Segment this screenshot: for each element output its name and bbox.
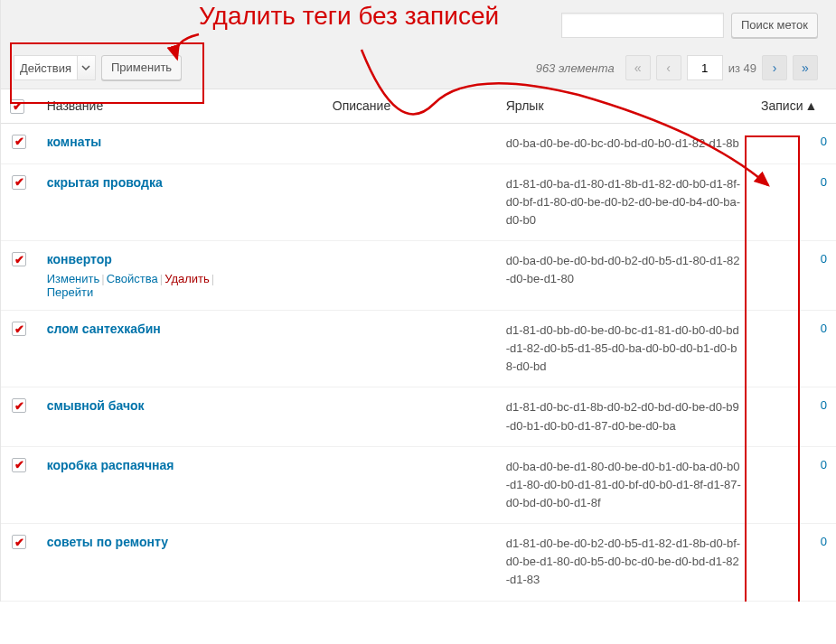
annotation-title: Удалить теги без записей [199,2,499,31]
row-slug: d1-81-d0-bc-d1-8b-d0-b2-d0-bd-d0-be-d0-b… [497,387,752,446]
row-title-link[interactable]: слом сантехкабин [47,322,161,336]
row-checkbox[interactable] [12,252,26,266]
row-checkbox[interactable] [12,135,26,149]
delete-link[interactable]: Удалить [164,272,210,285]
page-prev-button[interactable]: ‹ [656,55,681,80]
row-posts-link[interactable]: 0 [821,535,827,548]
table-row: советы по ремонтуd1-81-d0-be-d0-b2-d0-b5… [1,524,836,601]
row-title-link[interactable]: советы по ремонту [47,535,168,549]
row-checkbox[interactable] [12,175,26,190]
table-row: слом сантехкабинd1-81-d0-bb-d0-be-d0-bc-… [1,311,836,387]
tags-table: Название Описание Ярлык Записи▲ комнатыd… [1,89,836,602]
page-first-button[interactable]: « [625,55,651,80]
table-row: смывной бачокd1-81-d0-bc-d1-8b-d0-b2-d0-… [1,387,836,446]
row-slug: d0-ba-d0-be-d1-80-d0-be-d0-b1-d0-ba-d0-b… [497,446,752,523]
page-last-button[interactable]: » [793,55,818,80]
row-posts-link[interactable]: 0 [821,252,827,266]
row-checkbox[interactable] [12,398,26,413]
row-title-link[interactable]: смывной бачок [47,398,145,413]
column-slug[interactable]: Ярлык [497,89,752,124]
row-checkbox[interactable] [12,535,26,549]
search-input[interactable] [561,13,724,38]
table-row: конверторИзменить|Свойства|Удалить|Перей… [1,241,836,311]
row-posts-link[interactable]: 0 [821,322,827,335]
edit-link[interactable]: Изменить [47,272,100,285]
row-posts-link[interactable]: 0 [821,175,827,189]
table-row: комнатыd0-ba-d0-be-d0-bc-d0-bd-d0-b0-d1-… [1,123,836,163]
page-current-input[interactable] [687,55,723,80]
row-title-link[interactable]: коробка распаячная [47,458,174,472]
annotation-box-posts [745,135,800,602]
table-row: скрытая проводкаd1-81-d0-ba-d1-80-d1-8b-… [1,163,836,240]
sort-asc-icon: ▲ [804,98,817,113]
row-description [324,387,497,446]
row-posts-link[interactable]: 0 [821,398,827,412]
page-of-label: из 49 [728,61,756,75]
column-posts[interactable]: Записи▲ [752,89,836,124]
row-checkbox[interactable] [12,322,26,336]
quickedit-link[interactable]: Свойства [107,272,158,285]
table-row: коробка распаячнаяd0-ba-d0-be-d1-80-d0-b… [1,446,836,523]
page-next-button[interactable]: › [762,55,787,80]
row-description [324,524,497,601]
annotation-box-bulk [10,42,204,104]
row-description [324,311,497,387]
row-slug: d1-81-d0-ba-d1-80-d1-8b-d1-82-d0-b0-d1-8… [497,163,752,240]
row-checkbox[interactable] [12,458,26,472]
row-title-link[interactable]: скрытая проводка [47,175,163,190]
search-button[interactable]: Поиск меток [731,13,818,38]
row-slug: d1-81-d0-be-d0-b2-d0-b5-d1-82-d1-8b-d0-b… [497,524,752,601]
row-slug: d1-81-d0-bb-d0-be-d0-bc-d1-81-d0-b0-d0-b… [497,311,752,387]
row-slug: d0-ba-d0-be-d0-bc-d0-bd-d0-b0-d1-82-d1-8… [497,123,752,163]
row-title-link[interactable]: комнаты [47,135,102,149]
row-description [324,241,497,311]
view-link[interactable]: Перейти [47,285,94,299]
row-description [324,446,497,523]
row-description [324,163,497,240]
column-description[interactable]: Описание [324,89,497,124]
pagination: 963 элемента « ‹ из 49 › » [536,55,818,80]
row-posts-link[interactable]: 0 [821,135,827,148]
row-slug: d0-ba-d0-be-d0-bd-d0-b2-d0-b5-d1-80-d1-8… [497,241,752,311]
row-posts-link[interactable]: 0 [821,458,827,471]
row-description [324,123,497,163]
row-actions: Изменить|Свойства|Удалить|Перейти [47,272,315,299]
items-count: 963 элемента [536,61,615,75]
row-title-link[interactable]: конвертор [47,252,112,266]
